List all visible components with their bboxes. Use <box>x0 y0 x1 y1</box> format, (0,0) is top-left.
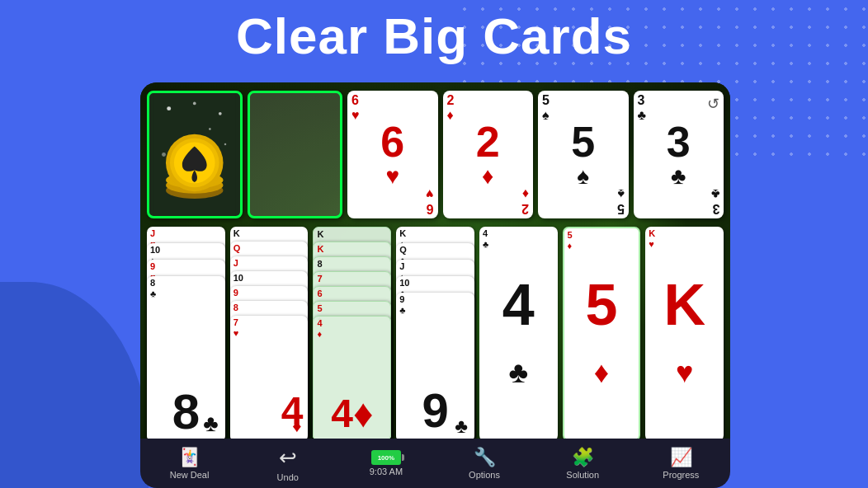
svg-point-6 <box>209 128 210 129</box>
card-6-center: 3 ♣ <box>667 120 691 190</box>
svg-point-2 <box>219 112 222 115</box>
top-card-4[interactable]: 2♦ 2 ♦ 2♦ <box>443 91 534 218</box>
background-curve <box>0 282 149 488</box>
battery-pct: 100% <box>378 454 394 462</box>
col6-big-5: 5♦ <box>585 276 617 392</box>
col1-8: 8♣ <box>147 276 225 301</box>
time-display: 100% 9:03 AM <box>353 450 419 476</box>
top-card-6[interactable]: 3♣ 3 ♣ 3♣ ↺ <box>634 91 724 218</box>
top-card-2[interactable] <box>248 91 343 218</box>
options-label: Options <box>469 470 500 480</box>
toolbar: 🃏 New Deal ↩ Undo 100% 9:03 AM 🔧 Options… <box>140 439 730 488</box>
bottom-card-row: J♥ 10♠ 9♥ 8♣ 8 ♣ K♠ Q♦ J♦ <box>147 227 724 441</box>
col2-big-diamond: ♦ <box>292 415 301 437</box>
game-container: 6♥ 6 ♥ 6♥ 2♦ 2 ♦ 2♦ 5♠ 5 ♠ 5♠ <box>140 82 730 470</box>
progress-button[interactable]: 📈 Progress <box>648 447 714 480</box>
time-label: 9:03 AM <box>370 467 403 476</box>
col3-4: 4♦ <box>314 317 390 341</box>
options-icon: 🔧 <box>474 447 496 468</box>
col5-4: 4♣ <box>479 227 558 251</box>
col5-big-4: 4♣ <box>502 276 535 392</box>
new-deal-label: New Deal <box>170 470 210 480</box>
svg-point-4 <box>224 143 226 145</box>
col7-k: K♥ <box>645 227 724 251</box>
col-4[interactable]: K♠ Q♣ J♠ 10♣ 9♣ 9 ♣ <box>396 227 474 441</box>
svg-point-5 <box>162 152 166 157</box>
col2-7: 7♥ <box>230 316 309 340</box>
top-card-row: 6♥ 6 ♥ 6♥ 2♦ 2 ♦ 2♦ 5♠ 5 ♠ 5♠ <box>147 91 724 218</box>
new-deal-button[interactable]: 🃏 New Deal <box>157 447 223 480</box>
solution-button[interactable]: 🧩 Solution <box>550 447 616 480</box>
solution-icon: 🧩 <box>572 447 594 468</box>
col7-big-k: K♥ <box>663 276 705 392</box>
card-3-bottom-right: 6♥ <box>426 187 434 216</box>
col-3[interactable]: K♣ K♦ 8♣ 7♦ 6♦ 5♦ 4♦ 4♦ <box>313 227 391 441</box>
refresh-icon[interactable]: ↺ <box>707 95 719 113</box>
top-card-1[interactable] <box>147 91 243 218</box>
battery-icon: 100% <box>371 450 401 465</box>
undo-label: Undo <box>277 472 299 482</box>
card-5-top-left: 5♠ <box>542 93 550 122</box>
card-6-top-left: 3♣ <box>638 93 647 122</box>
undo-icon: ↩ <box>279 445 297 471</box>
progress-icon: 📈 <box>670 447 692 468</box>
card-4-top-left: 2♦ <box>447 93 455 122</box>
col6-5: 5♦ <box>564 228 639 253</box>
col-2[interactable]: K♠ Q♦ J♦ 10♣ 9♦ 8♥ 7♥ 4 ♦ <box>230 227 309 441</box>
col3-bottom: 4♦ <box>331 394 373 434</box>
col4-9: 9♣ <box>396 293 474 317</box>
col4-big-club: ♣ <box>455 415 468 438</box>
card-6-bottom-right: 3♣ <box>711 187 720 216</box>
col-5[interactable]: 4♣ 4♣ <box>479 227 558 441</box>
col1-big-club: ♣ <box>203 411 218 437</box>
col-6[interactable]: 5♦ 5♦ <box>563 227 641 441</box>
card-3-center: 6 ♥ <box>380 120 404 190</box>
col1-big-8: 8 <box>172 387 200 437</box>
svg-point-1 <box>167 106 171 110</box>
col-1[interactable]: J♥ 10♠ 9♥ 8♣ 8 ♣ <box>147 227 225 441</box>
top-card-3[interactable]: 6♥ 6 ♥ 6♥ <box>347 91 438 218</box>
card-4-bottom-right: 2♦ <box>521 187 529 216</box>
col-7[interactable]: K♥ K♥ <box>645 227 724 441</box>
page-title: Clear Big Cards <box>0 7 868 65</box>
progress-label: Progress <box>663 470 699 480</box>
card-3-top-left: 6♥ <box>351 93 360 122</box>
top-card-5[interactable]: 5♠ 5 ♠ 5♠ <box>538 91 629 218</box>
options-button[interactable]: 🔧 Options <box>451 447 517 480</box>
solution-label: Solution <box>566 470 599 480</box>
col4-big-9: 9 <box>422 387 448 434</box>
card-5-center: 5 ♠ <box>571 120 595 190</box>
new-deal-icon: 🃏 <box>178 447 200 468</box>
undo-button[interactable]: ↩ Undo <box>255 445 321 482</box>
svg-point-3 <box>193 102 196 106</box>
card-4-center: 2 ♦ <box>476 120 500 190</box>
card-5-bottom-right: 5♠ <box>617 187 625 216</box>
